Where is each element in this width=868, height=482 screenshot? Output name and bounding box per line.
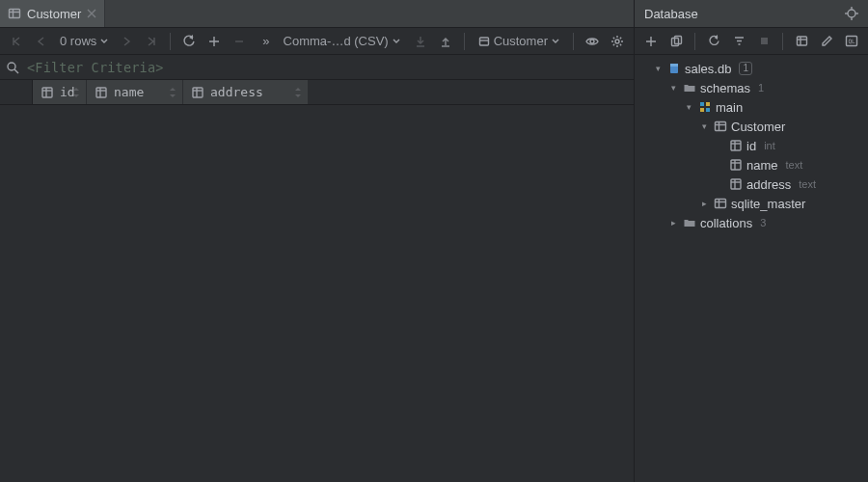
sort-icon: [169, 88, 176, 97]
svg-rect-40: [731, 141, 741, 150]
column-icon: [729, 139, 743, 152]
tree-node-column[interactable]: address text: [635, 174, 868, 194]
database-tree[interactable]: ▾ sales.db 1 ▾ schemas 1 ▾ main ▾ Custom…: [635, 55, 868, 482]
add-row-button[interactable]: [203, 31, 225, 52]
chevron-down-icon: [393, 38, 400, 45]
locate-icon[interactable]: [845, 7, 858, 20]
export-upload-button[interactable]: [435, 31, 456, 52]
table-icon: [8, 7, 21, 20]
next-page-button[interactable]: [116, 31, 137, 52]
editor-tabbar: Customer: [0, 0, 634, 28]
svg-rect-46: [731, 179, 741, 189]
editor-tab-customer[interactable]: Customer: [0, 0, 105, 27]
tree-node-column[interactable]: name text: [635, 155, 868, 174]
export-download-button[interactable]: [410, 31, 431, 52]
settings-button[interactable]: [607, 31, 628, 52]
datasource-dropdown[interactable]: Customer: [473, 34, 565, 48]
tree-column-type: text: [786, 159, 803, 171]
tree-count: 1: [758, 82, 764, 94]
console-button[interactable]: QL: [841, 31, 862, 52]
schema-icon: [698, 100, 712, 114]
last-page-button[interactable]: [141, 31, 162, 52]
row-count-dropdown[interactable]: 0 rows: [56, 34, 112, 48]
filters-button[interactable]: [728, 31, 749, 52]
svg-rect-26: [797, 37, 806, 45]
separator: [573, 33, 574, 50]
refresh-button[interactable]: [703, 31, 724, 52]
tree-node-column[interactable]: id int: [635, 136, 868, 155]
search-icon: [6, 61, 19, 74]
row-number-column: [0, 80, 33, 104]
tree-count: 3: [760, 217, 766, 228]
svg-point-7: [8, 63, 15, 70]
editor-panel: Customer 0 rows: [0, 0, 634, 482]
column-label: address: [210, 85, 263, 99]
database-icon: [667, 62, 681, 75]
folder-icon: [683, 81, 696, 94]
edit-button[interactable]: [816, 31, 837, 52]
tree-node-db[interactable]: ▾ sales.db 1: [635, 59, 868, 78]
svg-point-18: [848, 10, 855, 17]
export-format-label: Comma-…d (CSV): [284, 34, 389, 48]
column-header-name[interactable]: name: [87, 80, 183, 104]
tree-node-sqlite-master[interactable]: ▸ sqlite_master: [635, 194, 868, 213]
reload-button[interactable]: [178, 31, 200, 52]
tree-node-schemas[interactable]: ▾ schemas 1: [635, 78, 868, 97]
tree-node-schema[interactable]: ▾ main: [635, 97, 868, 117]
database-panel-title: Database: [644, 7, 698, 21]
chevron-down-icon: ▾: [667, 83, 679, 93]
tree-column-type: text: [799, 178, 816, 190]
tree-label: schemas: [700, 81, 750, 95]
view-button[interactable]: [582, 31, 603, 52]
separator: [170, 33, 171, 50]
separator: [694, 33, 695, 50]
table-icon: [478, 36, 490, 47]
first-page-button[interactable]: [6, 31, 27, 52]
svg-rect-36: [706, 108, 710, 112]
tree-badge: 1: [739, 62, 752, 75]
delete-row-button[interactable]: [229, 31, 250, 52]
column-header-address[interactable]: address: [183, 80, 309, 104]
svg-rect-25: [761, 38, 768, 44]
column-icon: [95, 86, 108, 99]
separator: [464, 33, 465, 50]
column-label: name: [114, 85, 144, 99]
svg-rect-12: [96, 88, 106, 97]
column-icon: [41, 86, 54, 99]
svg-rect-32: [670, 64, 678, 67]
filter-placeholder: <Filter Criteria>: [27, 60, 164, 75]
column-header-id[interactable]: id: [33, 80, 87, 104]
chevron-down-icon: [100, 38, 108, 45]
filter-row[interactable]: <Filter Criteria>: [0, 55, 634, 80]
expand-toolbar-button[interactable]: »: [258, 34, 273, 48]
svg-point-5: [590, 40, 594, 43]
prev-page-button[interactable]: [31, 31, 52, 52]
editor-toolbar: 0 rows » Comma-…d (CSV): [0, 28, 634, 55]
svg-rect-15: [193, 88, 203, 97]
stop-button[interactable]: [753, 31, 774, 52]
grid-body[interactable]: [0, 105, 634, 482]
duplicate-button[interactable]: [665, 31, 687, 52]
sort-icon: [294, 88, 302, 97]
table-view-button[interactable]: [791, 31, 812, 52]
export-format-dropdown[interactable]: Comma-…d (CSV): [278, 34, 406, 48]
new-button[interactable]: [640, 31, 662, 52]
tree-label: name: [746, 158, 778, 173]
svg-rect-9: [42, 88, 52, 97]
tree-node-table[interactable]: ▾ Customer: [635, 117, 868, 136]
database-panel: Database QL ▾ sales.db 1 ▾ schemas 1 ▾: [634, 0, 868, 482]
svg-rect-33: [700, 102, 704, 106]
separator: [782, 33, 783, 50]
tree-node-collations[interactable]: ▸ collations 3: [635, 213, 868, 232]
folder-icon: [683, 216, 696, 229]
chevron-down-icon: ▾: [698, 121, 710, 131]
svg-rect-3: [479, 38, 488, 45]
chevron-right-icon: ▸: [698, 199, 710, 208]
table-icon: [714, 120, 727, 133]
close-icon[interactable]: [87, 9, 96, 18]
svg-rect-0: [10, 10, 20, 18]
column-icon: [729, 158, 743, 172]
chevron-right-icon: ▸: [667, 218, 679, 228]
grid-header: id name address: [0, 80, 634, 105]
editor-tab-label: Customer: [27, 7, 81, 21]
